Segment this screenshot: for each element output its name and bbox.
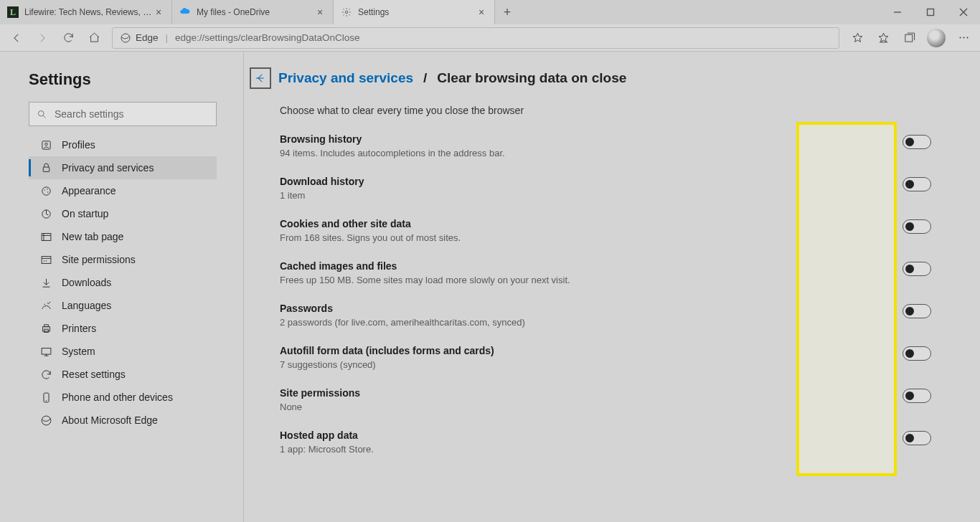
svg-rect-21	[42, 233, 51, 240]
sidebar-item-on-startup[interactable]: On startup	[29, 202, 217, 225]
sidebar-item-label: Printers	[62, 323, 96, 334]
address-bar[interactable]: Edge | edge://settings/clearBrowsingData…	[112, 27, 839, 49]
home-button[interactable]	[82, 27, 106, 49]
tab-onedrive[interactable]: My files - OneDrive ×	[172, 0, 334, 24]
more-icon[interactable]	[951, 27, 976, 49]
favorites-icon[interactable]	[871, 27, 895, 49]
svg-rect-2	[928, 9, 934, 16]
sidebar-item-site-permissions[interactable]: Site permissions	[29, 248, 217, 271]
close-icon[interactable]: ×	[476, 6, 487, 18]
toggle-switch[interactable]	[903, 177, 931, 191]
scheme-label: Edge	[120, 32, 159, 44]
svg-rect-24	[42, 256, 51, 263]
forward-button[interactable]	[30, 27, 55, 49]
sidebar-item-new-tab-page[interactable]: New tab page	[29, 225, 217, 248]
option-title: Cached images and files	[280, 260, 570, 272]
options-list: Browsing history94 items. Includes autoc…	[280, 133, 946, 455]
arrow-left-icon	[254, 72, 267, 85]
tab-title: Settings	[358, 7, 476, 17]
maximize-button[interactable]	[914, 0, 947, 24]
option-desc: 7 suggestions (synced)	[280, 359, 494, 370]
sidebar-item-appearance[interactable]: Appearance	[29, 179, 217, 202]
toggle-switch[interactable]	[903, 219, 931, 234]
sidebar-item-label: About Microsoft Edge	[62, 414, 158, 426]
tab-strip: L Lifewire: Tech News, Reviews, He × My …	[0, 0, 881, 24]
sidebar-item-printers[interactable]: Printers	[29, 317, 217, 340]
option-title: Passwords	[280, 303, 525, 314]
nav-icon	[39, 138, 53, 152]
sidebar-item-phone-and-other-devices[interactable]: Phone and other devices	[29, 386, 217, 409]
nav-icon	[39, 413, 53, 427]
toggle-switch[interactable]	[903, 262, 931, 276]
tab-lifewire[interactable]: L Lifewire: Tech News, Reviews, He ×	[0, 0, 172, 24]
toggle-switch[interactable]	[903, 346, 931, 361]
close-icon[interactable]: ×	[314, 6, 326, 18]
option-desc: None	[280, 402, 360, 412]
page-description: Choose what to clear every time you clos…	[280, 105, 946, 116]
settings-title: Settings	[29, 70, 230, 89]
toggle-switch[interactable]	[903, 389, 931, 403]
svg-point-0	[345, 11, 348, 14]
option-title: Hosted app data	[280, 430, 374, 441]
page-back-button[interactable]	[250, 67, 271, 89]
page-header: Privacy and services / Clear browsing da…	[250, 67, 946, 89]
sidebar-item-label: Reset settings	[62, 369, 126, 380]
toggle-switch[interactable]	[903, 135, 931, 149]
sidebar-item-languages[interactable]: Languages	[29, 294, 217, 317]
breadcrumb-link[interactable]: Privacy and services	[278, 70, 413, 86]
sidebar-item-privacy-and-services[interactable]: Privacy and services	[29, 156, 217, 179]
search-input[interactable]: Search settings	[29, 102, 217, 126]
new-tab-button[interactable]: +	[495, 0, 519, 24]
nav-icon	[39, 344, 53, 359]
option-desc: From 168 sites. Signs you out of most si…	[280, 232, 461, 243]
search-icon	[37, 109, 47, 120]
sidebar-item-profiles[interactable]: Profiles	[29, 133, 217, 156]
svg-point-16	[42, 186, 50, 194]
nav-icon	[39, 161, 53, 175]
sidebar-item-label: Privacy and services	[62, 162, 154, 174]
svg-point-26	[43, 260, 44, 261]
svg-line-12	[43, 115, 45, 118]
toggle-switch[interactable]	[903, 431, 931, 445]
nav-icon	[39, 229, 53, 244]
option-row: Cached images and filesFrees up 150 MB. …	[280, 260, 946, 285]
nav-list: ProfilesPrivacy and servicesAppearanceOn…	[29, 133, 230, 432]
sidebar-item-label: Site permissions	[62, 254, 136, 265]
separator: |	[166, 32, 169, 43]
star-outline-icon[interactable]	[845, 27, 870, 49]
svg-point-18	[47, 188, 47, 189]
nav-icon	[39, 390, 53, 404]
minimize-button[interactable]	[881, 0, 914, 24]
tab-settings[interactable]: Settings ×	[334, 0, 495, 24]
close-window-button[interactable]	[947, 0, 980, 24]
option-title: Autofill form data (includes forms and c…	[280, 345, 494, 356]
svg-point-19	[47, 191, 47, 192]
sidebar-item-reset-settings[interactable]: Reset settings	[29, 363, 217, 386]
svg-point-17	[44, 189, 44, 190]
sidebar-item-about-microsoft-edge[interactable]: About Microsoft Edge	[29, 409, 217, 432]
refresh-button[interactable]	[56, 27, 80, 49]
search-placeholder: Search settings	[55, 108, 124, 120]
back-button[interactable]	[4, 27, 29, 49]
breadcrumb-separator: /	[423, 70, 427, 86]
sidebar-item-label: New tab page	[62, 231, 123, 242]
option-row: Site permissionsNone	[280, 387, 946, 412]
tab-title: Lifewire: Tech News, Reviews, He	[24, 7, 153, 17]
option-desc: 2 passwords (for live.com, amerihealthca…	[280, 317, 525, 328]
nav-icon	[39, 184, 53, 198]
tab-title: My files - OneDrive	[197, 7, 314, 17]
cloud-icon	[179, 6, 191, 18]
option-desc: 1 app: Microsoft Store.	[280, 444, 374, 455]
close-icon[interactable]: ×	[153, 6, 164, 18]
option-title: Cookies and other site data	[280, 218, 461, 229]
toggle-switch[interactable]	[903, 304, 931, 318]
option-row: Passwords2 passwords (for live.com, amer…	[280, 303, 946, 328]
title-bar: L Lifewire: Tech News, Reviews, He × My …	[0, 0, 980, 24]
nav-icon	[39, 275, 53, 290]
profile-avatar[interactable]	[927, 29, 946, 47]
collections-icon[interactable]	[897, 27, 921, 49]
sidebar-item-system[interactable]: System	[29, 340, 217, 363]
sidebar-item-downloads[interactable]: Downloads	[29, 271, 217, 294]
sidebar-item-label: On startup	[62, 208, 108, 219]
option-row: Download history1 item	[280, 176, 946, 201]
